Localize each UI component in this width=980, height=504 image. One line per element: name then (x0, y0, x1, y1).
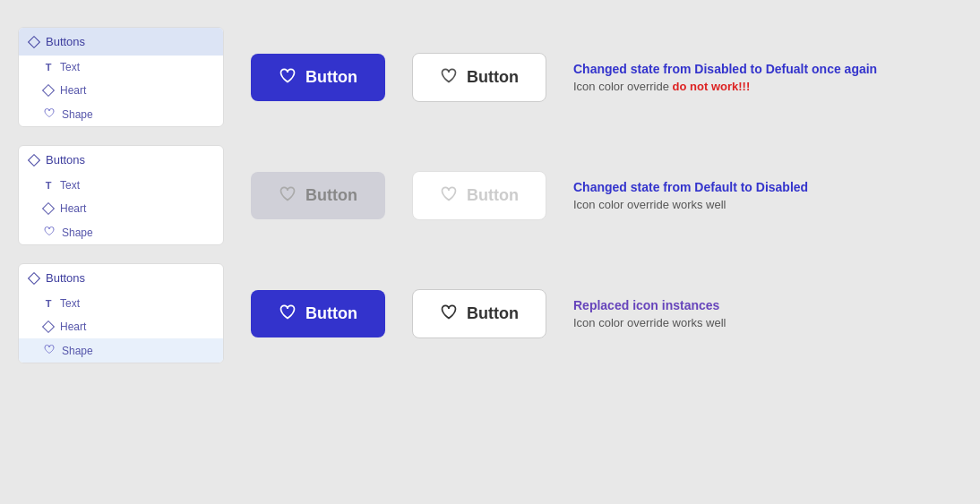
info-title-1: Changed state from Disabled to Defualt o… (573, 62, 877, 76)
layer-header-3[interactable]: Buttons (19, 264, 223, 292)
diamond-icon-5 (28, 271, 40, 284)
outline-button-1[interactable]: Button (412, 53, 546, 102)
outline-button-2: Button (412, 171, 546, 220)
layer-item-label: Heart (60, 84, 86, 97)
heart-icon-sm-3 (44, 344, 55, 357)
row-2: Buttons T Text Heart Shape (18, 145, 962, 245)
diamond-icon-4 (42, 202, 55, 215)
layer-item-label: Shape (62, 108, 93, 121)
layer-item-text-2[interactable]: T Text (19, 174, 223, 197)
primary-button-3-label: Button (305, 304, 357, 323)
primary-button-1-label: Button (305, 68, 357, 87)
outline-button-1-label: Button (467, 68, 519, 87)
layer-item-label: Shape (62, 345, 93, 357)
info-title-3: Replaced icon instances (573, 298, 726, 312)
diamond-icon-2 (42, 84, 55, 97)
heart-icon-btn-outline-2 (440, 184, 458, 207)
heart-icon-btn-2 (279, 184, 297, 207)
heart-icon-sm-2 (44, 226, 55, 239)
heart-icon-btn-outline-3 (440, 303, 458, 325)
diamond-icon-6 (42, 320, 55, 333)
info-desc-highlight: do not work!!! (673, 80, 751, 93)
info-desc-start: Icon color override (573, 80, 673, 93)
info-desc-3: Icon color override works well (573, 316, 726, 329)
layer-item-label: Heart (60, 202, 86, 215)
outline-button-3-label: Button (467, 304, 519, 323)
layer-item-label: Text (60, 297, 80, 310)
layer-item-shape-1[interactable]: Shape (19, 102, 223, 126)
primary-button-2-label: Button (305, 186, 357, 205)
layer-panel-1: Buttons T Text Heart Shape (18, 27, 224, 127)
primary-button-1[interactable]: Button (251, 54, 385, 101)
row-1: Buttons T Text Heart Shape (18, 27, 962, 127)
heart-icon-btn-3 (279, 303, 297, 325)
info-block-1: Changed state from Disabled to Defualt o… (573, 62, 877, 93)
info-block-3: Replaced icon instances Icon color overr… (573, 298, 726, 329)
layer-item-shape-2[interactable]: Shape (19, 220, 223, 244)
layer-item-label: Shape (62, 226, 93, 239)
text-icon-1: T (44, 62, 53, 73)
info-desc-2: Icon color override works well (573, 198, 808, 211)
primary-button-2: Button (251, 172, 385, 219)
diamond-icon (28, 35, 40, 47)
layer-item-shape-3[interactable]: Shape (19, 338, 223, 363)
heart-icon-btn-outline-1 (440, 66, 458, 89)
layer-header-2[interactable]: Buttons (19, 146, 223, 174)
info-desc-1: Icon color override do not work!!! (573, 80, 877, 93)
layer-header-label-2: Buttons (46, 153, 85, 167)
outline-button-3[interactable]: Button (412, 289, 546, 338)
main-layout: Buttons T Text Heart Shape (18, 18, 962, 363)
layer-header-label-3: Buttons (46, 271, 85, 285)
heart-icon-btn-1 (279, 66, 297, 89)
text-icon-2: T (44, 180, 53, 191)
layer-header-label: Buttons (46, 35, 85, 48)
layer-panel-3: Buttons T Text Heart Shape (18, 263, 224, 363)
layer-item-heart-1[interactable]: Heart (19, 79, 223, 102)
row-3: Buttons T Text Heart Shape (18, 263, 962, 363)
text-icon-3: T (44, 298, 53, 309)
layer-header-1[interactable]: Buttons (19, 28, 223, 56)
layer-item-label: Text (60, 179, 80, 192)
layer-item-heart-2[interactable]: Heart (19, 197, 223, 220)
outline-button-2-label: Button (467, 186, 519, 205)
diamond-icon-3 (28, 153, 40, 166)
info-block-2: Changed state from Default to Disabled I… (573, 180, 808, 211)
primary-button-3[interactable]: Button (251, 290, 385, 337)
layer-panel-2: Buttons T Text Heart Shape (18, 145, 224, 245)
layer-item-label: Heart (60, 320, 86, 333)
layer-item-text-1[interactable]: T Text (19, 56, 223, 79)
layer-item-heart-3[interactable]: Heart (19, 315, 223, 338)
info-title-2: Changed state from Default to Disabled (573, 180, 808, 194)
layer-item-label: Text (60, 61, 80, 73)
layer-item-text-3[interactable]: T Text (19, 292, 223, 315)
heart-icon-sm-1 (44, 107, 55, 121)
